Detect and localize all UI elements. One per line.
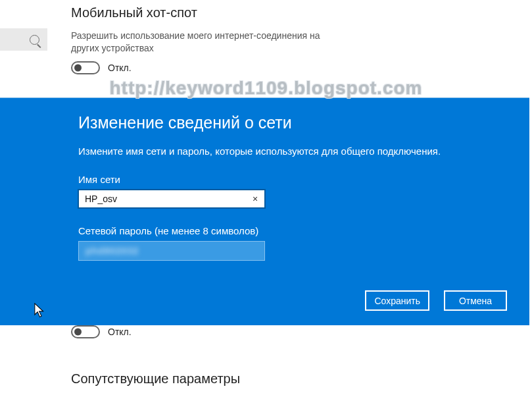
password-hidden-value: phd802032 [85,246,139,256]
watermark-text: http://keyword1109.blogspot.com [0,78,532,99]
toggle-state-label: Откл. [108,63,132,73]
settings-background: Мобильный хот-спот Разрешить использован… [0,0,532,399]
search-box[interactable] [0,28,47,51]
dialog-button-row: Сохранить Отмена [365,290,507,311]
cancel-button[interactable]: Отмена [444,290,507,311]
dialog-description: Измените имя сети и пароль, которые испо… [78,146,529,157]
secondary-toggle-row: Откл. [71,325,532,338]
save-button[interactable]: Сохранить [365,290,429,311]
section-description: Разрешить использование моего интернет-с… [71,30,347,55]
toggle-knob [74,64,82,71]
section-title: Мобильный хот-спот [71,0,532,20]
related-params-heading: Сопутствующие параметры [71,371,532,386]
secondary-toggle-label: Откл. [108,327,132,337]
password-label: Сетевой пароль (не менее 8 символов) [78,225,529,236]
edit-network-dialog: Изменение сведений о сети Измените имя с… [0,97,529,325]
below-dialog-area: Откл. Сопутствующие параметры [0,325,532,386]
secondary-toggle[interactable] [71,325,100,338]
dialog-title: Изменение сведений о сети [78,113,529,132]
clear-icon[interactable]: × [247,194,264,204]
hotspot-toggle-row: Откл. [71,61,532,74]
toggle-knob [74,329,82,336]
network-name-label: Имя сети [78,174,529,185]
password-input[interactable]: phd802032 [78,241,265,261]
network-name-input-wrap: × [78,190,265,208]
hotspot-toggle[interactable] [71,61,100,74]
search-icon [30,35,39,45]
network-name-input[interactable] [80,191,247,207]
